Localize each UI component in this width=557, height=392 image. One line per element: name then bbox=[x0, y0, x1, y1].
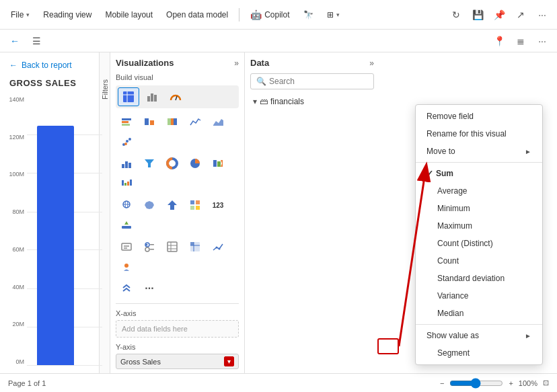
viz-area[interactable] bbox=[207, 112, 229, 131]
search-input[interactable] bbox=[269, 77, 370, 86]
data-expand-icon[interactable]: » bbox=[369, 58, 374, 68]
zoom-level: 100% bbox=[519, 379, 537, 387]
menu-show-value-as[interactable]: Show value as ► bbox=[416, 327, 542, 344]
y-label-80m: 80M bbox=[12, 208, 24, 215]
viz-ribbon[interactable] bbox=[207, 154, 229, 173]
viz-waterfall[interactable] bbox=[116, 174, 137, 193]
y-axis-dropdown-btn[interactable]: ▾ bbox=[224, 356, 234, 366]
menu-count[interactable]: Count bbox=[416, 252, 542, 270]
zoom-slider[interactable] bbox=[449, 378, 503, 389]
mobile-layout-btn[interactable]: Mobile layout bbox=[100, 7, 158, 22]
viz-clustered-bar[interactable] bbox=[139, 112, 160, 131]
viz-slicer[interactable] bbox=[139, 237, 160, 256]
filter-lines-icon[interactable]: ≣ bbox=[511, 32, 530, 50]
viz-scatter[interactable] bbox=[116, 132, 137, 151]
std-dev-label: Standard deviation bbox=[426, 274, 505, 283]
viz-stacked-bar[interactable] bbox=[116, 112, 137, 131]
viz-shapeMap[interactable] bbox=[184, 196, 206, 214]
svg-rect-20 bbox=[125, 161, 128, 168]
viz-arrow2[interactable] bbox=[116, 279, 137, 298]
menu-count-distinct[interactable]: Count (Distinct) bbox=[416, 235, 542, 252]
menu-minimum[interactable]: Minimum bbox=[416, 200, 542, 217]
viz-expand-icon[interactable]: » bbox=[234, 58, 239, 68]
viz-geo[interactable] bbox=[116, 258, 137, 276]
svg-marker-14 bbox=[213, 119, 223, 126]
back-arrow[interactable]: ← bbox=[5, 32, 24, 50]
more-btn[interactable]: ··· bbox=[533, 5, 552, 24]
svg-rect-8 bbox=[122, 124, 130, 126]
viz-donut[interactable] bbox=[161, 154, 183, 173]
viz-funnel[interactable] bbox=[139, 154, 160, 173]
save-btn[interactable]: 💾 bbox=[468, 5, 487, 24]
viz-icons-row-3: 123 bbox=[116, 196, 239, 235]
hamburger-icon[interactable]: ☰ bbox=[27, 32, 46, 50]
svg-rect-5 bbox=[154, 95, 157, 102]
svg-rect-9 bbox=[145, 118, 149, 125]
menu-average[interactable]: Average bbox=[416, 182, 542, 200]
x-axis-drop[interactable]: Add data fields here bbox=[116, 320, 239, 338]
variance-label: Variance bbox=[426, 291, 468, 301]
filter-pin-icon[interactable]: 📍 bbox=[490, 32, 509, 50]
viz-trendline[interactable] bbox=[207, 237, 229, 256]
viz-col-chart[interactable] bbox=[116, 154, 137, 173]
viz-line[interactable] bbox=[184, 112, 206, 131]
copilot-btn[interactable]: 🤖 Copilot bbox=[245, 7, 295, 23]
viz-arrow[interactable] bbox=[161, 196, 183, 214]
viz-panel-title: Visualizations bbox=[116, 58, 174, 68]
svg-rect-51 bbox=[168, 242, 177, 251]
viz-pie[interactable] bbox=[184, 154, 206, 173]
grid-line-7 bbox=[27, 365, 102, 366]
binoculars-btn[interactable]: 🔭 bbox=[298, 7, 319, 22]
open-data-model-btn[interactable]: Open data model bbox=[161, 7, 233, 22]
minus-zoom-btn[interactable]: − bbox=[440, 379, 444, 387]
grid-icon-btn[interactable]: ⊞ ▾ bbox=[322, 7, 345, 22]
menu-remove-field[interactable]: Remove field bbox=[416, 108, 542, 125]
visualizations-panel: Visualizations » Build visual bbox=[110, 52, 245, 373]
move-to-label: Move to bbox=[426, 147, 455, 156]
reading-view-btn[interactable]: Reading view bbox=[38, 7, 97, 22]
count-distinct-label: Count (Distinct) bbox=[426, 239, 493, 248]
menu-segment[interactable]: Segment bbox=[416, 344, 542, 362]
svg-point-47 bbox=[146, 244, 148, 246]
plus-zoom-btn[interactable]: + bbox=[509, 379, 513, 387]
viz-map-icon[interactable] bbox=[116, 196, 137, 214]
viz-matrix[interactable] bbox=[184, 237, 206, 256]
viz-kpi[interactable] bbox=[116, 216, 137, 235]
svg-point-17 bbox=[128, 138, 131, 141]
copilot-label: Copilot bbox=[264, 10, 289, 19]
viz-more-icon[interactable]: ··· bbox=[139, 279, 160, 298]
menu-variance[interactable]: Variance bbox=[416, 287, 542, 305]
viz-gauge-icon[interactable] bbox=[165, 87, 186, 106]
viz-bar-icon[interactable] bbox=[141, 87, 163, 106]
viz-100-bar[interactable] bbox=[161, 112, 183, 131]
menu-sum[interactable]: ✓ Sum bbox=[416, 165, 542, 182]
refresh-btn[interactable]: ↻ bbox=[447, 5, 466, 24]
svg-rect-10 bbox=[150, 120, 154, 125]
left-nav: ← Back to report GROSS SALES 140M 120M 1… bbox=[0, 52, 100, 373]
viz-table-icon[interactable] bbox=[118, 87, 139, 106]
minimum-label: Minimum bbox=[426, 204, 470, 213]
menu-move-to[interactable]: Move to ► bbox=[416, 143, 542, 160]
divider-1 bbox=[116, 303, 239, 304]
svg-rect-50 bbox=[150, 249, 154, 250]
kebab-menu-icon[interactable]: ··· bbox=[533, 32, 552, 50]
context-menu: Remove field Rename for this visual Move… bbox=[415, 104, 543, 365]
build-visual-label: Build visual bbox=[116, 73, 239, 81]
search-box[interactable]: 🔍 bbox=[250, 73, 374, 89]
back-to-report-btn[interactable]: ← Back to report bbox=[5, 58, 94, 73]
status-right: − + 100% ⊡ bbox=[440, 378, 549, 389]
menu-median[interactable]: Median bbox=[416, 305, 542, 322]
viz-text-box[interactable] bbox=[116, 237, 137, 256]
viz-table-btn[interactable] bbox=[161, 237, 183, 256]
pin-btn[interactable]: 📌 bbox=[490, 5, 509, 24]
menu-rename[interactable]: Rename for this visual bbox=[416, 125, 542, 143]
viz-filled-map[interactable] bbox=[139, 196, 160, 214]
share-btn[interactable]: ↗ bbox=[511, 5, 530, 24]
viz-123[interactable]: 123 bbox=[207, 196, 229, 214]
data-tree-financials[interactable]: ▾ 🗃 financials bbox=[250, 95, 374, 108]
file-menu[interactable]: File ▾ bbox=[5, 7, 35, 22]
menu-std-dev[interactable]: Standard deviation bbox=[416, 270, 542, 287]
menu-maximum[interactable]: Maximum bbox=[416, 217, 542, 235]
svg-rect-27 bbox=[217, 161, 221, 167]
fit-page-icon[interactable]: ⊡ bbox=[543, 379, 549, 387]
